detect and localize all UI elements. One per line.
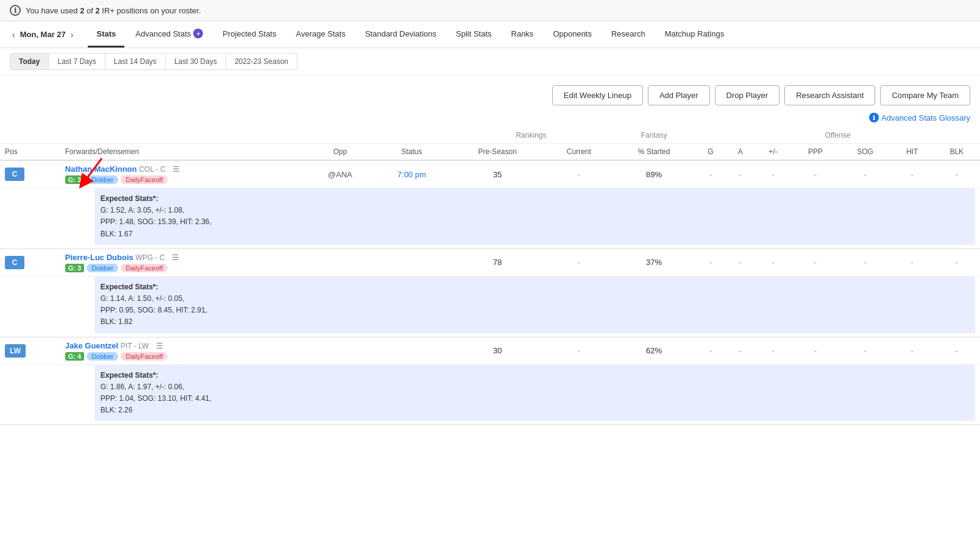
player-hit: -	[891, 249, 934, 276]
player-team-pos: COL - C	[139, 165, 166, 174]
expected-stats-cell: Expected Stats*: G: 1.14, A: 1.50, +/-: …	[60, 276, 980, 337]
player-current: -	[545, 160, 613, 188]
nav-bar: ‹ Mon, Mar 27 › Stats Advanced Stats + P…	[0, 21, 980, 48]
player-preseason: 78	[450, 249, 545, 276]
player-sog: -	[839, 160, 890, 188]
stats-table-wrapper: Rankings Fantasy Offense Pos Forwards/De…	[0, 127, 980, 425]
tab-average-stats[interactable]: Average Stats	[287, 22, 353, 48]
time-filter-bar: Today Last 7 Days Last 14 Days Last 30 D…	[0, 48, 980, 76]
player-name-cell: Jake Guentzel PIT - LW ☰ G: 4 Dobber Dai…	[60, 337, 307, 364]
player-opp	[307, 337, 374, 364]
filter-season[interactable]: 2022-23 Season	[226, 53, 297, 70]
player-pos-badge-cell: C	[0, 160, 60, 188]
player-expanded-row: Expected Stats*: G: 1.14, A: 1.50, +/-: …	[0, 276, 980, 337]
player-name-link[interactable]: Pierre-Luc Dubois	[65, 253, 133, 262]
filter-last14[interactable]: Last 14 Days	[105, 53, 166, 70]
player-plus-minus: -	[755, 160, 791, 188]
tab-stats[interactable]: Stats	[88, 22, 124, 48]
player-plus-minus: -	[755, 337, 791, 364]
player-name-link[interactable]: Jake Guentzel	[65, 341, 118, 350]
player-status	[374, 337, 449, 364]
player-a: -	[726, 160, 755, 188]
player-ppp: -	[791, 249, 839, 276]
ir-banner: ℹ You have used 2 of 2 IR+ positions on …	[0, 0, 980, 21]
col-hit: HIT	[891, 144, 934, 161]
tab-projected-stats[interactable]: Projected Stats	[214, 22, 285, 48]
expected-stats-box: Expected Stats*: G: 1.52, A: 3.05, +/-: …	[94, 188, 975, 245]
player-pos-badge-cell: LW	[0, 337, 60, 364]
player-g: -	[695, 337, 726, 364]
drop-player-button[interactable]: Drop Player	[715, 85, 780, 105]
dailyfaceoff-tag[interactable]: DailyFaceoff	[121, 264, 168, 272]
banner-text: You have used 2 of 2 IR+ positions on yo…	[26, 6, 201, 15]
player-current: -	[545, 249, 613, 276]
tab-advanced-stats[interactable]: Advanced Stats +	[127, 21, 211, 48]
player-team-pos: PIT - LW	[121, 342, 149, 350]
player-blk: -	[934, 160, 980, 188]
dailyfaceoff-tag[interactable]: DailyFaceoff	[121, 175, 168, 184]
player-sog: -	[839, 337, 890, 364]
filter-last30[interactable]: Last 30 Days	[166, 53, 226, 70]
player-pct-started: 89%	[612, 160, 695, 188]
glossary-info-icon: ℹ	[869, 113, 879, 122]
pos-badge: C	[5, 256, 24, 269]
player-preseason: 35	[450, 160, 545, 188]
tab-split-stats[interactable]: Split Stats	[447, 22, 500, 48]
filter-last7[interactable]: Last 7 Days	[49, 53, 105, 70]
column-group-header-row: Rankings Fantasy Offense	[0, 127, 980, 144]
player-a: -	[726, 337, 755, 364]
advanced-stats-glossary-link[interactable]: ℹ Advanced Stats Glossary	[869, 113, 970, 122]
player-expanded-row: Expected Stats*: G: 1.86, A: 1.97, +/-: …	[0, 364, 980, 425]
offense-group-header: Offense	[695, 127, 980, 144]
next-date-button[interactable]: ›	[68, 29, 76, 41]
current-date: Mon, Mar 27	[20, 30, 66, 39]
table-row: C Pierre-Luc Dubois WPG - C ☰ G: 3 Dobbe…	[0, 249, 980, 276]
pos-badge: C	[5, 168, 24, 181]
expected-stats-box: Expected Stats*: G: 1.86, A: 1.97, +/-: …	[94, 365, 975, 422]
empty-header-pos	[0, 127, 307, 144]
tab-opponents[interactable]: Opponents	[544, 22, 600, 48]
annotation-arrow	[71, 155, 108, 192]
empty-header-opp-status	[307, 127, 450, 144]
edit-weekly-lineup-button[interactable]: Edit Weekly Lineup	[552, 85, 643, 105]
table-row: LW Jake Guentzel PIT - LW ☰ G: 4 Dobber …	[0, 337, 980, 364]
expanded-pos-cell	[0, 276, 60, 337]
col-g: G	[695, 144, 726, 161]
dobber-tag[interactable]: Dobber	[87, 175, 118, 184]
player-current: -	[545, 337, 613, 364]
games-badge: G: 4	[65, 352, 84, 361]
glossary-row: ℹ Advanced Stats Glossary	[0, 110, 980, 127]
compare-my-team-button[interactable]: Compare My Team	[880, 85, 970, 105]
player-sog: -	[839, 249, 890, 276]
player-ppp: -	[791, 160, 839, 188]
expected-stats-cell: Expected Stats*: G: 1.86, A: 1.97, +/-: …	[60, 364, 980, 425]
pos-badge: LW	[5, 344, 26, 358]
prev-date-button[interactable]: ‹	[10, 29, 18, 41]
dailyfaceoff-tag[interactable]: DailyFaceoff	[121, 352, 168, 361]
tab-ranks[interactable]: Ranks	[503, 22, 542, 48]
player-name-link[interactable]: Nathan MacKinnon	[65, 164, 137, 174]
player-name-cell: Pierre-Luc Dubois WPG - C ☰ G: 3 Dobber …	[60, 249, 307, 276]
player-plus-minus: -	[755, 249, 791, 276]
filter-today[interactable]: Today	[10, 53, 49, 70]
player-tags: G: 3 Dobber DailyFaceoff	[65, 175, 180, 184]
col-sog: SOG	[839, 144, 890, 161]
tab-matchup-ratings[interactable]: Matchup Ratings	[656, 22, 733, 48]
research-assistant-button[interactable]: Research Assistant	[784, 85, 875, 105]
add-player-button[interactable]: Add Player	[648, 85, 710, 105]
date-navigator: ‹ Mon, Mar 27 ›	[10, 29, 76, 41]
dobber-tag[interactable]: Dobber	[87, 264, 118, 272]
games-badge: G: 3	[65, 264, 84, 272]
expanded-pos-cell	[0, 364, 60, 425]
games-badge: G: 3	[65, 175, 84, 184]
player-preseason: 30	[450, 337, 545, 364]
player-pct-started: 37%	[612, 249, 695, 276]
player-menu-icon[interactable]: ☰	[172, 253, 179, 262]
player-tags: G: 3 Dobber DailyFaceoff	[65, 264, 302, 272]
tab-research[interactable]: Research	[603, 22, 654, 48]
col-ppp: PPP	[791, 144, 839, 161]
player-menu-icon[interactable]: ☰	[172, 164, 180, 174]
tab-standard-deviations[interactable]: Standard Deviations	[357, 22, 445, 48]
dobber-tag[interactable]: Dobber	[87, 352, 118, 361]
player-menu-icon[interactable]: ☰	[156, 341, 163, 350]
